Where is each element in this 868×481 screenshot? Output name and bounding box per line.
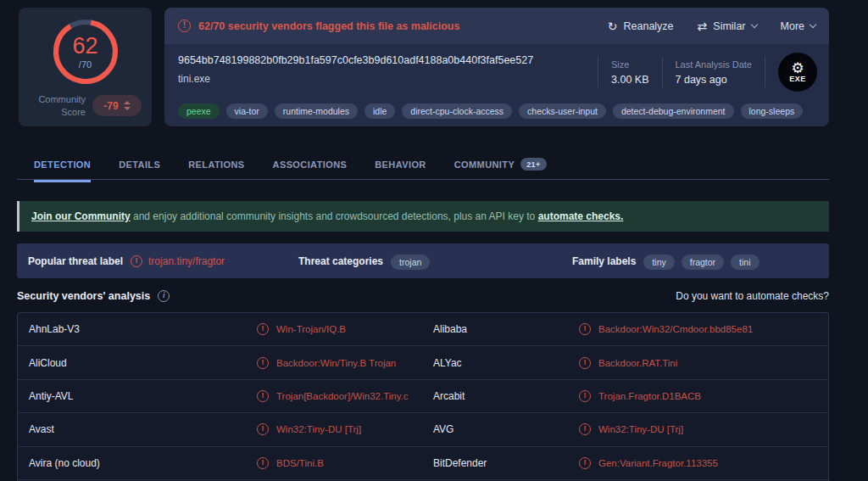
table-row: AhnLab-V3 ! Win-Trojan/IQ.B Alibaba ! Ba… [18, 313, 828, 346]
warning-icon: ! [257, 423, 269, 435]
community-score-value: -79 [103, 100, 118, 112]
table-row: AliCloud ! Backdoor:Win/Tiny.B Trojan AL… [18, 346, 828, 379]
divider [598, 57, 598, 87]
family-label-pills: tinyfragtortini [643, 254, 765, 269]
more-button[interactable]: More [781, 20, 815, 32]
threat-categories-label: Threat categories [298, 255, 383, 267]
warning-icon: ! [257, 457, 269, 469]
warning-icon: ! [579, 423, 591, 435]
vendor-name: Arcabit [433, 390, 579, 402]
vendor-name: Avast [29, 423, 257, 435]
detection-result: ! Backdoor:Win/Tiny.B Trojan [257, 357, 433, 369]
similar-button[interactable]: ⇄ Similar [698, 20, 757, 32]
more-label: More [781, 20, 804, 32]
detection-label: Win-Trojan/IQ.B [276, 324, 346, 334]
warning-icon: ! [178, 20, 191, 32]
community-score-label: Community Score [30, 93, 86, 118]
vendors-analysis-table: AhnLab-V3 ! Win-Trojan/IQ.B Alibaba ! Ba… [17, 312, 829, 481]
vendor-name: Alibaba [433, 323, 579, 335]
warning-icon: ! [257, 357, 269, 369]
detection-score-donut: 62 /70 [50, 16, 121, 87]
warning-icon: ! [579, 390, 591, 402]
detection-result: ! Backdoor.RAT.Tini [579, 357, 828, 369]
detection-label: Gen:Variant.Fragtor.113355 [598, 458, 718, 468]
warning-icon: ! [257, 390, 269, 402]
label-pill[interactable]: tini [731, 254, 759, 270]
file-tag[interactable]: direct-cpu-clock-access [402, 103, 512, 119]
gear-icon: ⚙ [791, 61, 804, 76]
detection-label: Backdoor.RAT.Tini [598, 358, 677, 368]
detection-label: BDS/Tini.B [276, 458, 324, 468]
file-tag[interactable]: checks-user-input [519, 103, 606, 119]
file-tag[interactable]: detect-debug-environment [613, 103, 734, 119]
threat-category-pills: trojan [391, 254, 437, 269]
detection-result: ! Win-Trojan/IQ.B [257, 323, 433, 335]
automate-checks-question[interactable]: Do you want to automate checks? [676, 290, 829, 302]
divider [765, 57, 765, 87]
file-tag[interactable]: via-tor [226, 103, 268, 119]
reanalyze-button[interactable]: ↻ Reanalyze [608, 20, 674, 32]
join-community-link[interactable]: Join our Community [31, 210, 131, 222]
similar-icon: ⇄ [698, 20, 708, 32]
label-pill[interactable]: tiny [643, 254, 674, 270]
tab-label: DETAILS [119, 159, 160, 170]
size-label: Size [611, 59, 648, 70]
tab-label: BEHAVIOR [375, 159, 426, 170]
label-pill[interactable]: trojan [391, 254, 430, 270]
vendor-name: AVG [433, 423, 579, 435]
tab-label: COMMUNITY [454, 159, 515, 170]
vendor-name: BitDefender [433, 457, 579, 469]
detection-label: Win32:Tiny-DU [Trj] [276, 424, 361, 434]
detection-result: ! Win32:Tiny-DU [Trj] [579, 423, 828, 435]
warning-icon: ! [257, 323, 269, 335]
malicious-banner-text: 62/70 security vendors flagged this file… [198, 20, 459, 32]
detection-result: ! Backdoor:Win32/Cmdoor.bbd85e81 [579, 323, 828, 335]
spinner-up-icon[interactable] [124, 101, 131, 104]
file-tag[interactable]: idle [364, 103, 395, 119]
vendor-name: ALYac [433, 357, 579, 369]
table-row: Avira (no cloud) ! BDS/Tini.B BitDefende… [18, 447, 828, 480]
reanalyze-icon: ↻ [608, 20, 618, 32]
file-tag[interactable]: runtime-modules [275, 103, 358, 119]
detection-score-card: 62 /70 Community Score -79 [19, 8, 152, 126]
detection-label: Win32:Tiny-DU [Trj] [598, 424, 683, 434]
join-community-text: and enjoy additional community insights … [131, 210, 538, 222]
detection-label: Trojan[Backdoor]/Win32.Tiny.c [276, 391, 409, 401]
tab-label: ASSOCIATIONS [273, 159, 348, 170]
vendor-name: Avira (no cloud) [29, 457, 257, 469]
vendor-name: AhnLab-V3 [29, 323, 257, 335]
family-labels-label: Family labels [572, 255, 636, 267]
vendors-analysis-header: Security vendors' analysis i Do you want… [17, 290, 829, 302]
popular-threat-label: Popular threat label [28, 255, 123, 267]
warning-icon: ! [579, 457, 591, 469]
file-tag[interactable]: long-sleeps [741, 103, 804, 119]
filetype-exe-icon: ⚙ EXE [778, 53, 817, 92]
file-header-card: ! 62/70 security vendors flagged this fi… [164, 8, 829, 126]
last-analysis-value: 7 days ago [676, 74, 753, 86]
table-row: Avast ! Win32:Tiny-DU [Trj] AVG ! Win32:… [18, 413, 828, 446]
detection-label: Backdoor:Win32/Cmdoor.bbd85e81 [598, 324, 753, 334]
vendor-name: Antiy-AVL [29, 390, 257, 402]
community-score-spinner[interactable] [124, 101, 131, 110]
detection-result: ! Gen:Variant.Fragtor.113355 [579, 457, 828, 469]
detection-result: ! Trojan[Backdoor]/Win32.Tiny.c [257, 390, 433, 402]
size-value: 3.00 KB [611, 74, 648, 86]
detection-label: Trojan.Fragtor.D1BACB [598, 391, 701, 401]
spinner-down-icon[interactable] [124, 107, 131, 110]
community-score-widget[interactable]: -79 [92, 95, 142, 116]
tab-count-badge: 21+ [520, 158, 546, 171]
warning-icon: ! [131, 255, 142, 267]
chevron-down-icon [750, 20, 757, 27]
file-tag[interactable]: peexe [178, 103, 220, 119]
detection-label: Backdoor:Win/Tiny.B Trojan [276, 358, 396, 368]
malicious-banner: ! 62/70 security vendors flagged this fi… [164, 8, 829, 44]
threat-label-bar: Popular threat label ! trojan.tiny/fragt… [17, 243, 829, 278]
automate-checks-link[interactable]: automate checks. [538, 210, 624, 222]
popular-threat-value[interactable]: trojan.tiny/fragtor [148, 255, 225, 267]
tab-label: DETECTION [34, 159, 91, 170]
detections-count: 62 [72, 35, 97, 58]
join-community-banner: Join our Community and enjoy additional … [17, 201, 829, 232]
label-pill[interactable]: fragtor [682, 254, 724, 270]
file-summary: 9654bb748199882b0fb29b1fa597c0cfe3b9d610… [164, 44, 829, 126]
info-icon[interactable]: i [158, 290, 170, 302]
